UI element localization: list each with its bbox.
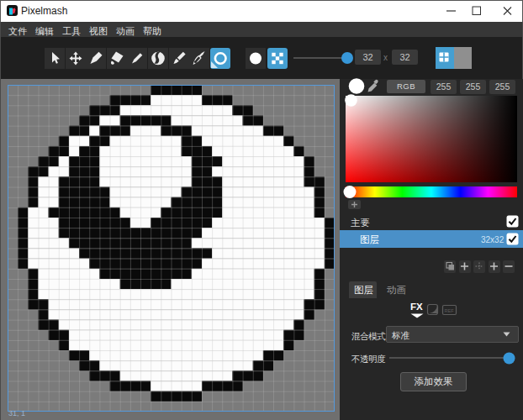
svg-text:REF: REF	[445, 308, 455, 313]
